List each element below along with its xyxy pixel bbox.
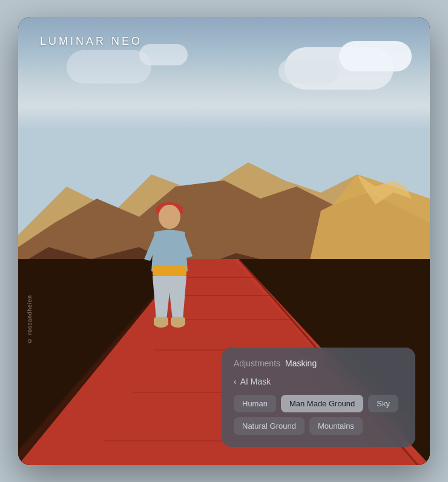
masking-label: Masking <box>285 358 317 368</box>
mask-btn-mountains[interactable]: Mountains <box>309 417 363 435</box>
main-card: LUMINAR NEO © rossandheien Adjustments M… <box>18 17 430 465</box>
svg-point-25 <box>159 205 180 229</box>
person-figure <box>139 199 200 332</box>
svg-rect-29 <box>154 317 168 325</box>
mask-btn-natural-ground[interactable]: Natural Ground <box>234 417 305 435</box>
panel-header: Adjustments Masking <box>234 358 403 368</box>
mask-btn-human[interactable]: Human <box>234 395 276 412</box>
mask-btn-man-made-ground[interactable]: Man Made Ground <box>281 395 363 412</box>
back-chevron-icon: ‹ <box>234 377 237 386</box>
watermark: © rossandheien <box>27 295 33 344</box>
app-logo: LUMINAR NEO <box>40 35 142 48</box>
svg-rect-26 <box>153 265 186 276</box>
mask-button-group: Human Man Made Ground Sky Natural Ground… <box>234 395 403 435</box>
masking-panel: Adjustments Masking ‹ AI Mask Human Man … <box>222 348 415 447</box>
ai-mask-back-label: AI Mask <box>240 377 271 386</box>
adjustments-label: Adjustments <box>234 358 280 368</box>
back-row[interactable]: ‹ AI Mask <box>234 377 403 386</box>
svg-rect-30 <box>171 317 185 325</box>
mask-btn-sky[interactable]: Sky <box>368 395 398 412</box>
